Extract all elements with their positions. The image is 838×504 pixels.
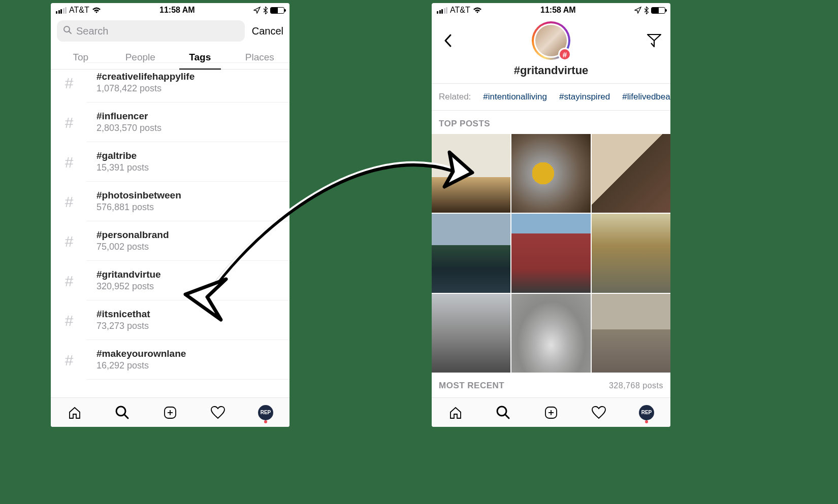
bottom-nav: REP — [51, 397, 289, 427]
search-icon — [63, 25, 72, 37]
search-input[interactable]: Search — [57, 20, 245, 42]
top-posts-grid — [432, 134, 670, 373]
hashtag-title: #gritandvirtue — [432, 60, 670, 84]
related-hashtag[interactable]: #lifelivedbeautifu — [622, 92, 670, 102]
notification-dot-icon — [645, 420, 648, 423]
post-thumbnail[interactable] — [592, 294, 670, 373]
bluetooth-icon — [263, 7, 268, 14]
search-header: Search Cancel — [51, 17, 289, 46]
hashtag-count: 16,292 posts — [96, 360, 186, 371]
location-arrow-icon — [634, 7, 641, 14]
post-thumbnail[interactable] — [432, 214, 510, 292]
phone-search-screen: AT&T 11:58 AM Search Cancel Top People T… — [51, 3, 289, 427]
post-thumbnail[interactable] — [432, 294, 510, 373]
hashtag-badge-icon: # — [558, 48, 571, 61]
nav-activity-icon[interactable] — [590, 404, 607, 421]
carrier-label: AT&T — [450, 6, 470, 15]
direct-message-button[interactable] — [646, 32, 662, 49]
wifi-icon — [92, 7, 101, 14]
carrier-label: AT&T — [69, 6, 89, 15]
nav-home-icon[interactable] — [66, 404, 83, 421]
post-thumbnail[interactable] — [511, 134, 590, 213]
nav-search-icon[interactable] — [495, 404, 512, 421]
nav-activity-icon[interactable] — [209, 404, 227, 421]
hash-icon: # — [61, 233, 77, 249]
status-bar: AT&T 11:58 AM — [432, 3, 670, 17]
clock-label: 11:58 AM — [159, 6, 195, 15]
most-recent-count: 328,768 posts — [609, 381, 663, 390]
hashtag-result-row[interactable]: ##creativelifehappylife1,078,422 posts — [86, 62, 289, 103]
battery-icon — [651, 7, 665, 14]
post-thumbnail[interactable] — [511, 294, 590, 373]
hashtag-count: 576,881 posts — [96, 202, 181, 213]
search-placeholder: Search — [76, 25, 108, 37]
hashtag-story-avatar[interactable]: # — [532, 21, 570, 60]
hashtag-result-row[interactable]: ##photosinbetween576,881 posts — [86, 182, 289, 221]
related-hashtags-row[interactable]: Related: #intentionalliving #stayinspire… — [432, 84, 670, 111]
hashtag-name: #personalbrand — [96, 229, 169, 241]
post-thumbnail[interactable] — [592, 134, 670, 213]
nav-search-icon[interactable] — [114, 404, 131, 421]
hashtag-result-row[interactable]: ##personalbrand75,002 posts — [86, 221, 289, 261]
hashtag-result-row[interactable]: ##galtribe15,391 posts — [86, 142, 289, 182]
hashtag-count: 73,273 posts — [96, 321, 150, 331]
hashtag-header: # — [432, 17, 670, 60]
location-arrow-icon — [253, 7, 261, 14]
related-label: Related: — [439, 92, 471, 102]
wifi-icon — [473, 7, 482, 14]
cancel-button[interactable]: Cancel — [252, 25, 283, 37]
hashtag-name: #influencer — [96, 111, 162, 122]
hashtag-name: #photosinbetween — [96, 190, 181, 201]
hashtag-result-row[interactable]: ##itsnicethat73,273 posts — [86, 300, 289, 340]
status-bar: AT&T 11:58 AM — [51, 3, 289, 17]
related-hashtag[interactable]: #intentionalliving — [483, 92, 547, 102]
hashtag-name: #itsnicethat — [96, 309, 150, 320]
hashtag-name: #gritandvirtue — [96, 269, 161, 280]
hashtag-name: #makeyourownlane — [96, 348, 186, 359]
related-hashtag[interactable]: #stayinspired — [559, 92, 610, 102]
nav-profile-icon[interactable]: REP — [638, 404, 655, 421]
nav-profile-icon[interactable]: REP — [257, 404, 274, 421]
clock-label: 11:58 AM — [540, 6, 576, 15]
svg-line-8 — [505, 415, 509, 418]
hashtag-count: 75,002 posts — [96, 242, 169, 252]
hash-icon: # — [61, 75, 77, 91]
hashtag-count: 320,952 posts — [96, 281, 161, 292]
bottom-nav: REP — [432, 397, 670, 427]
post-thumbnail[interactable] — [592, 214, 670, 292]
hashtag-result-row[interactable]: ##influencer2,803,570 posts — [86, 103, 289, 142]
hashtag-count: 1,078,422 posts — [96, 83, 195, 94]
phone-hashtag-screen: AT&T 11:58 AM # #gritandvirtue Related: … — [432, 3, 670, 427]
nav-add-icon[interactable] — [542, 404, 560, 421]
battery-icon — [270, 7, 284, 14]
hashtag-result-row[interactable]: ##makeyourownlane16,292 posts — [86, 340, 289, 380]
svg-line-1 — [69, 31, 71, 33]
svg-line-3 — [124, 415, 128, 418]
nav-home-icon[interactable] — [447, 404, 464, 421]
cell-signal-icon — [437, 7, 447, 14]
top-posts-heading: TOP POSTS — [432, 111, 670, 134]
hashtag-name: #galtribe — [96, 150, 149, 161]
hashtag-result-row[interactable]: ##gritandvirtue320,952 posts — [86, 261, 289, 300]
hashtag-results-list[interactable]: ##creativelifehappylife1,078,422 posts #… — [51, 62, 289, 397]
hash-icon: # — [61, 312, 77, 328]
hashtag-count: 2,803,570 posts — [96, 123, 162, 133]
post-thumbnail[interactable] — [511, 214, 590, 292]
hashtag-count: 15,391 posts — [96, 162, 149, 173]
back-button[interactable] — [440, 32, 456, 49]
most-recent-heading: MOST RECENT 328,768 posts — [432, 373, 670, 396]
notification-dot-icon — [264, 420, 267, 423]
hash-icon: # — [61, 114, 77, 130]
post-thumbnail[interactable] — [432, 134, 510, 213]
hash-icon: # — [61, 273, 77, 289]
hashtag-name: #creativelifehappylife — [96, 71, 195, 82]
hash-icon: # — [61, 154, 77, 170]
cell-signal-icon — [56, 7, 67, 14]
hash-icon: # — [61, 193, 77, 210]
nav-add-icon[interactable] — [162, 404, 179, 421]
hash-icon: # — [61, 352, 77, 368]
bluetooth-icon — [644, 7, 649, 14]
